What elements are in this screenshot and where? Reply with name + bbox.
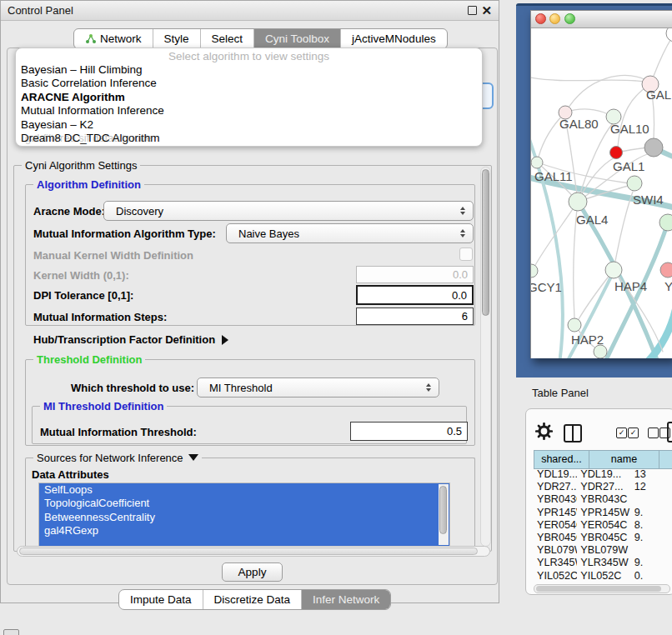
zoom-traffic-light-icon[interactable] [564,13,575,24]
tab-discretize-data[interactable]: Discretize Data [203,590,302,609]
column-header-shared[interactable]: shared... [534,451,589,468]
attribute-item-betweennesscentrality[interactable]: BetweennessCentrality [39,511,449,524]
network-node-gal4[interactable] [569,192,587,211]
scrollbar-thumb[interactable] [19,548,478,555]
network-node-gcy1[interactable] [531,264,538,278]
control-panel-titlebar[interactable]: Control Panel ✕ [1,1,499,21]
network-window-titlebar[interactable] [531,11,672,28]
tab-network[interactable]: Network [74,29,153,48]
checked-column-icon[interactable]: ✓ [616,428,627,438]
gear-icon[interactable] [535,422,553,440]
scrollbar-thumb[interactable] [439,486,447,534]
network-node-hap4[interactable] [605,262,622,278]
settings-vertical-scrollbar[interactable] [480,167,491,547]
attribute-item-topologicalcoefficient[interactable]: TopologicalCoefficient [39,497,449,510]
table-cell: YIL052C [577,570,632,580]
network-edge[interactable] [579,270,614,319]
node-label-y: Y [664,279,672,293]
which-threshold-combo[interactable]: MI Threshold [197,378,439,398]
stepper-icon [456,229,469,238]
network-node[interactable] [644,138,663,157]
table-cell: 8. [633,519,672,532]
mi-steps-field[interactable]: 6 [356,308,474,325]
stepper-icon [456,207,469,215]
unchecked-column-icon[interactable] [648,428,659,438]
table-partial-icon[interactable] [667,422,672,442]
hub-section-toggle[interactable]: Hub/Transcription Factor Definition [33,333,228,346]
apply-button[interactable]: Apply [222,562,283,582]
network-edge[interactable] [531,77,644,82]
node-label-gcy1: GCY1 [531,280,562,294]
close-icon[interactable]: ✕ [481,2,492,19]
table-cell: 13 [633,468,672,481]
stepper-icon [422,383,434,392]
expanded-arrow-icon [188,454,198,461]
table-cell: YBR045C [577,532,632,544]
column-header-name[interactable]: name [589,451,659,468]
network-graph[interactable]: GALGAL80GAL10GAL1GAL11SWI4GAL4GCY1HAP4YH… [531,28,672,358]
attribute-item-gal4rgexp[interactable]: gal4RGexp [39,524,449,538]
table-row[interactable]: YLR345WYLR345W9. [534,557,672,569]
network-node[interactable] [666,28,672,42]
algorithm-option-bayesian-k2[interactable]: Bayesian – K2 [16,118,482,132]
tab-select[interactable]: Select [200,29,254,48]
sources-title[interactable]: Sources for Network Inference [33,452,202,464]
tab-label: Discretize Data [214,593,291,606]
network-node-swi4[interactable] [627,176,642,191]
close-traffic-light-icon[interactable] [535,13,546,24]
network-edge[interactable] [614,192,633,270]
manual-kernel-checkbox[interactable] [459,248,473,261]
algorithm-option-aracne-algorithm[interactable]: ARACNE Algorithm [16,91,482,104]
table-horizontal-scrollbar[interactable] [534,584,670,593]
column-header-extra[interactable] [659,451,672,468]
tab-cyni-toolbox[interactable]: Cyni Toolbox [253,29,340,48]
list-scrollbar[interactable] [439,484,449,545]
data-attributes-list[interactable]: SelfLoopsTopologicalCoefficientBetweenne… [38,482,450,547]
table-cell: 0. [633,570,672,580]
minimize-traffic-light-icon[interactable] [549,13,560,24]
network-node-hap2[interactable] [568,318,581,332]
settings-horizontal-scrollbar[interactable] [17,546,490,557]
table-row[interactable]: YBL079WYBL079W [534,544,672,557]
network-node-gal11[interactable] [531,157,543,168]
mi-threshold-label: Mutual Information Threshold: [40,426,197,438]
tab-impute-data[interactable]: Impute Data [119,590,203,609]
mi-threshold-field[interactable]: 0.5 [350,422,468,441]
algorithm-option-basic-correlation-inference[interactable]: Basic Correlation Inference [16,77,482,90]
tab-infer-network[interactable]: Infer Network [301,590,390,609]
network-node-y[interactable] [660,262,672,278]
split-columns-icon[interactable] [564,424,582,442]
algorithm-option-bayesian-hill-climbing[interactable]: Bayesian – Hill Climbing [16,63,482,77]
dpi-tolerance-field[interactable]: 0.0 [356,285,474,305]
tab-jactivemnodules[interactable]: jActiveMNodules [340,29,447,48]
scrollbar-thumb[interactable] [536,586,661,592]
network-node[interactable] [659,214,672,231]
table-cell: YDL19... [534,468,577,481]
algorithm-option-mutual-information-inference[interactable]: Mutual Information Inference [16,104,482,118]
tab-style[interactable]: Style [153,29,200,48]
table-cell: YDR27... [577,481,632,493]
kernel-width-field[interactable]: 0.0 [356,266,474,283]
attribute-item-selfloops[interactable]: SelfLoops [39,483,449,497]
table-row[interactable]: YBR045CYBR045C9. [534,532,672,544]
float-window-icon[interactable] [468,6,477,15]
table-row[interactable]: YDR27...YDR27...12 [534,481,672,493]
table-row[interactable]: YPR145WYPR145W9. [534,507,672,519]
checked-column-icon[interactable]: ✓ [628,428,639,438]
node-label-swi4: SWI4 [633,192,664,207]
collapsed-panel-button[interactable] [3,629,19,635]
collapsed-arrow-icon [222,335,228,345]
table-row[interactable]: YDL19...YDL19...13 [534,468,672,481]
aracne-mode-combo[interactable]: Discovery [103,201,474,221]
network-canvas[interactable]: GALGAL80GAL10GAL1GAL11SWI4GAL4GCY1HAP4YH… [531,28,672,358]
table-row[interactable]: YER054CYER054C8. [534,519,672,532]
mi-algorithm-type-combo[interactable]: Naive Bayes [226,223,474,243]
table-row[interactable]: YIL052CYIL052C0. [534,570,672,580]
scrollbar-thumb[interactable] [482,169,489,316]
network-node[interactable] [594,345,607,358]
network-node-gal1[interactable] [610,147,623,159]
table-row[interactable]: YBR043CYBR043C [534,493,672,506]
mi-steps-label: Mutual Information Steps: [33,311,167,323]
network-window[interactable]: GALGAL80GAL10GAL1GAL11SWI4GAL4GCY1HAP4YH… [530,10,672,358]
node-label-gal10: GAL10 [610,122,649,136]
